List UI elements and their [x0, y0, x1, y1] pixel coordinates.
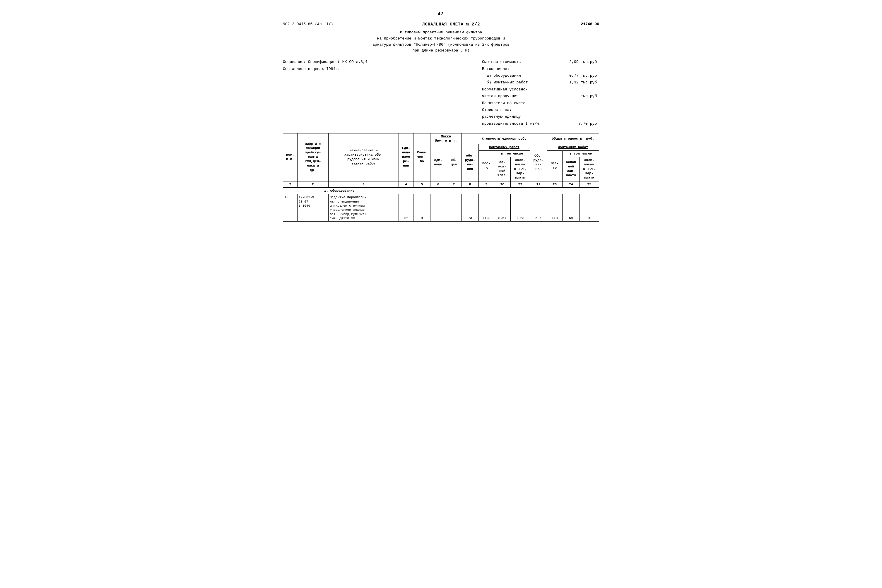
norm-label1: Нормативная условно-	[482, 86, 599, 93]
col-num-14: I4	[562, 181, 580, 188]
th-qty: Коли-чест-во	[413, 133, 430, 181]
col-num-2: 2	[297, 181, 328, 188]
row-unit: шт	[398, 194, 413, 222]
col-num-9: 9	[478, 181, 494, 188]
montazh-value: I,32	[567, 79, 578, 86]
smeta-cost-unit: тыс.руб.	[581, 58, 599, 65]
col-num-6: 6	[430, 181, 446, 188]
row-shifr: I2-802-9 23-07 I-I040	[297, 194, 328, 222]
stoimost-label: Стоимость на:	[482, 106, 599, 113]
row-obor-total: 584	[530, 194, 547, 222]
th-obor-total: Обо-рудо-ва-ния	[530, 144, 547, 181]
meta-left-line2: Составлена в ценах I984г.	[283, 66, 368, 72]
table-row: I. I2-802-9 23-07 I-I040 Задвижка паралл…	[283, 194, 599, 222]
row-osnov: 8.6I	[494, 194, 510, 222]
col-num-3: 3	[329, 181, 399, 188]
th-name: Наименование ихарактеристика обо-рудован…	[329, 133, 399, 181]
row-vsego: I4,8	[478, 194, 494, 222]
meta-left-line1: Основание: Спецификация № НК.СО л.3,4	[283, 58, 368, 65]
row-ekspl: I,23	[510, 194, 530, 222]
row-ekspl-total: I0	[580, 194, 599, 222]
th-massa-top: Массабрутто в т.	[430, 133, 461, 144]
norm-label2: чистая продукция	[482, 93, 578, 99]
th-stoimost-unit: Стоимость единицы руб.	[461, 133, 547, 144]
th-osnov-total: основнойзар-платы	[562, 157, 580, 181]
row-num: I.	[283, 194, 298, 222]
row-mass-unit: -	[430, 194, 446, 222]
col-num-5: 5	[413, 181, 430, 188]
th-unit: Еди-ницаизмере-ния	[398, 133, 413, 181]
th-mass-unit: еди-ницы	[430, 144, 446, 181]
col-num-10: IO	[494, 181, 510, 188]
raschet-label: расчетную единицу	[482, 113, 599, 120]
row-qty: 8	[413, 194, 430, 222]
th-num: ном.п.п.	[283, 133, 298, 181]
subtitle-block: к типовым проектным решениям фильтра на …	[283, 30, 599, 54]
obor-unit: тыс.руб.	[581, 72, 599, 79]
obor-label: а) оборудования	[487, 72, 565, 79]
col-num-8: 8	[461, 181, 478, 188]
th-ekspl-unit: эксп.машинв т.ч.зар-платы	[510, 157, 530, 181]
th-ekspl-total: эксп.машинв т.ч.зар-платн	[580, 157, 599, 181]
doc-id: 902-2-04I5.86 (Ал. IУ)	[283, 22, 333, 26]
proizv-value: 7,70	[576, 120, 588, 127]
v-tom-chisle-label: В том числе:	[482, 66, 599, 72]
proizv-label: производительности I м3/ч	[482, 120, 574, 127]
th-vtomchisle-total: в том числе	[562, 150, 599, 157]
th-vsego-unit: Все-го	[478, 150, 494, 181]
th-obor-unit: обо-рудо-ва-ния	[461, 144, 478, 181]
row-osnov-total: 69	[562, 194, 580, 222]
col-num-13: I3	[547, 181, 562, 188]
main-table: ном.п.п. Шифр и №позициипрейску-рантаУСН…	[283, 133, 599, 222]
proizv-unit: руб.	[590, 120, 599, 127]
title-main: ЛОКАЛЬНАЯ СМЕТА № 2/2	[422, 22, 480, 27]
col-num-15: I5	[580, 181, 599, 188]
col-num-11: II	[510, 181, 530, 188]
row-vsego-total: II8	[547, 194, 562, 222]
th-stoimost-total: Общая стоимость, руб.	[547, 133, 599, 144]
th-vtomchisle-unit: в том числе	[494, 150, 530, 157]
row-obor: 73	[461, 194, 478, 222]
pokaz-label: Показатели по смете	[482, 100, 599, 106]
section-title: I. Оборудование	[283, 188, 599, 194]
row-name: Задвижка параллель-ная с выдвижнымшпинде…	[329, 194, 399, 222]
th-montazh-total: монтажных работ	[547, 144, 599, 150]
th-vsego-total: Все-го	[547, 150, 562, 181]
row-mass-total: -	[446, 194, 461, 222]
th-montazh-unit: монтажных работ	[478, 144, 530, 150]
obor-value: 0,77	[567, 72, 578, 79]
th-osnov-unit: ос-нов-нойз/пл.	[494, 157, 510, 181]
col-num-1: I	[283, 181, 298, 188]
col-num-4: 4	[398, 181, 413, 188]
doc-code: 21748·06	[581, 22, 599, 26]
smeta-cost-label: Сметная стоимость	[482, 58, 565, 65]
montazh-unit: тыс.руб.	[581, 79, 599, 86]
th-mass-total: Об-щая	[446, 144, 461, 181]
th-shifr: Шифр и №позициипрейску-рантаУСН,цен-ника…	[297, 133, 328, 181]
col-num-7: 7	[446, 181, 461, 188]
norm-unit: тыс.руб.	[581, 93, 599, 99]
col-num-12: I2	[530, 181, 547, 188]
smeta-cost-value: 2,09	[567, 58, 578, 65]
montazh-label: б) монтажных работ	[487, 79, 565, 86]
page-number: - 42 -	[283, 12, 599, 16]
